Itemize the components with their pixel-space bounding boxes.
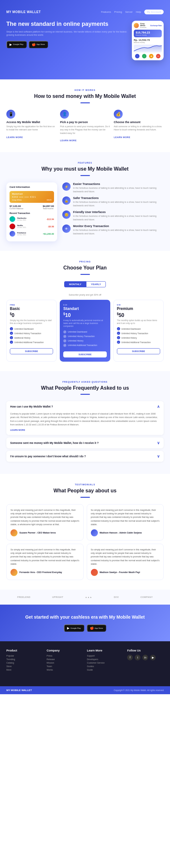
faq-question-0[interactable]: How can I use My Mobile Wallet ? ∧ xyxy=(6,401,164,412)
monthly-toggle[interactable]: MONTHLY xyxy=(64,281,86,287)
faq-item-1: Someone sent me money with My Mobile Wal… xyxy=(6,437,164,448)
subscribe-premium-button[interactable]: SUBSCRIBE xyxy=(117,348,160,354)
footer-columns: Product Popular Trending Catalog Store M… xyxy=(6,649,164,672)
cta-app-store-button[interactable]: 🍎 App Store xyxy=(87,624,107,632)
author-avatar-3 xyxy=(91,569,98,576)
yearly-toggle[interactable]: YEARLY xyxy=(86,281,106,287)
phone-more-icon[interactable]: ••• xyxy=(156,54,161,58)
tx-avatar-2 xyxy=(9,231,15,237)
testimonial-card-1: So simply and meaning just don't convers… xyxy=(87,504,164,540)
faq-divider xyxy=(80,394,90,395)
steps-grid: 📱 Access My Mobile Wallet Simply log int… xyxy=(6,110,164,143)
yearly-note: Subscribe yearly and get 30% off xyxy=(6,294,164,296)
footer-bottom: MY MOBILE WALLET Copyright © 2021 My Mob… xyxy=(0,686,170,694)
faq-question-1[interactable]: Someone sent me money with My Mobile Wal… xyxy=(6,437,164,448)
apple-icon: 🍎 xyxy=(32,43,36,46)
footer-link-catalog[interactable]: Catalog xyxy=(6,662,43,664)
footer-link-mission[interactable]: Mission xyxy=(47,662,83,664)
testimonials-title: What People say about us xyxy=(6,488,164,494)
step-icon-1: 📱 xyxy=(6,110,15,119)
tx-item-1: Netflix 12 Dec 2021 -$9.98 xyxy=(9,223,54,229)
testimonials-tag: TESTIMONIALS xyxy=(6,484,164,486)
footer-link-support[interactable]: Support xyxy=(87,655,124,657)
how-it-works-title: How to send money with My Mobile Wallet xyxy=(6,93,164,100)
nav-features[interactable]: Features xyxy=(101,10,111,13)
author-avatar-2 xyxy=(10,569,17,576)
step-learn-more-2[interactable]: LEARN MORE xyxy=(60,140,77,142)
feature-item-1: 🔒 Safer Transactions In the fortuitous b… xyxy=(62,196,164,207)
twitter-icon[interactable]: t xyxy=(135,655,140,660)
footer-link-developers[interactable]: Developers xyxy=(87,658,124,660)
nav-help[interactable]: Help xyxy=(136,10,141,13)
footer-link-customer-service[interactable]: Customer Service xyxy=(87,662,124,664)
footer-bottom-logo: MY MOBILE WALLET xyxy=(6,689,32,692)
step-item-1: 📱 Access My Mobile Wallet Simply log int… xyxy=(6,110,56,143)
how-it-works-section: HOW IT WORKS How to send money with My M… xyxy=(0,80,170,152)
step-desc-1: Simply log into the application for the … xyxy=(6,125,56,132)
phone-receive-icon[interactable]: ↓ xyxy=(142,54,146,58)
footer-link-team[interactable]: Team xyxy=(47,665,83,668)
cta-section: Get started with your cashless era with … xyxy=(0,604,170,641)
pricing-tag: PRICING xyxy=(6,260,164,263)
step-item-2: 👤 Pick a pay to person Pick a person to … xyxy=(60,110,110,143)
pricing-card-standart: $ 10 Standart $10 A way to automatically… xyxy=(60,300,110,362)
feature-item-3: 👁 Monitor Every Transaction In the fortu… xyxy=(62,224,164,235)
step-learn-more-3[interactable]: LEARN MORE xyxy=(114,136,130,138)
site-logo: MY MOBILE WALLET xyxy=(6,10,41,14)
nav-links: Features Pricing Server Help My Account xyxy=(101,9,164,14)
footer-link-store[interactable]: Store xyxy=(6,665,43,668)
subscribe-basic-button[interactable]: SUBSCRIBE xyxy=(10,348,53,354)
phone-balance-usd: $15,784.23 Balance Activity xyxy=(134,30,162,37)
faq-tag: FREQUENTLY ASKED QUESTIONS xyxy=(6,381,164,383)
faq-question-2[interactable]: I'm unsure to pay someone I don't know w… xyxy=(6,451,164,462)
features-tag: FEATURES xyxy=(6,162,164,164)
hero-buttons: ▶ Google Play 🍎 App Store xyxy=(6,41,129,48)
how-it-works-tag: HOW IT WORKS xyxy=(6,89,164,91)
hero-text: The new standard in online payments Stri… xyxy=(6,21,129,48)
nav-pricing[interactable]: Pricing xyxy=(114,10,122,13)
footer-link-release[interactable]: Release xyxy=(47,658,83,660)
footer-social-icons: f t in ▶ xyxy=(127,655,164,660)
footer-link-more[interactable]: More xyxy=(6,669,43,671)
features-content: Card Information MasterCard 4242 •••• ••… xyxy=(6,182,164,241)
tx-avatar-0 xyxy=(9,216,15,222)
linkedin-icon[interactable]: in xyxy=(142,655,148,660)
footer-link-guides[interactable]: Guides xyxy=(87,665,124,668)
step-item-3: 💰 Choose the amount Add someone or telli… xyxy=(114,110,164,143)
cta-google-play-button[interactable]: ▶ Google Play xyxy=(64,624,84,632)
recent-tx-title: Recent Transaction xyxy=(9,212,54,214)
footer-link-press[interactable]: Press xyxy=(47,655,83,657)
section-divider xyxy=(80,102,90,103)
google-play-button[interactable]: ▶ Google Play xyxy=(6,41,27,48)
footer-col-product: Product Popular Trending Catalog Store M… xyxy=(6,649,43,672)
faq-item-0: How can I use My Mobile Wallet ? ∧ Contr… xyxy=(6,401,164,435)
card-balance-row: $7,120.00 Current Balance $4,897.00 Tota… xyxy=(9,205,54,210)
facebook-icon[interactable]: f xyxy=(127,655,133,660)
subscribe-standart-button[interactable]: SUBSCRIBE xyxy=(63,351,107,358)
faq-answer-0: Contrary to popular belief, Lorem Ipsum … xyxy=(6,412,164,435)
testimonial-author-3: Madison Sawtyo - Founder Masih Payi xyxy=(91,569,160,576)
footer-link-guide[interactable]: Guide xyxy=(87,669,124,671)
youtube-icon[interactable]: ▶ xyxy=(150,655,156,660)
step-learn-more-1[interactable]: LEARN MORE xyxy=(6,136,23,138)
partner-2: ▲▲▲ xyxy=(85,596,92,598)
faq-chevron-1: ∨ xyxy=(157,441,160,445)
step-title-1: Access My Mobile Wallet xyxy=(6,121,56,124)
faq-item-2: I'm unsure to pay someone I don't know w… xyxy=(6,451,164,462)
features-list: ⚡ Easier Transactions In the fortuitous … xyxy=(62,182,164,241)
nav-server[interactable]: Server xyxy=(125,10,133,13)
account-button[interactable]: My Account xyxy=(144,9,164,14)
faq-learn-more-0[interactable]: LEARN MORE xyxy=(10,428,25,432)
card-info-header: Card Information xyxy=(9,186,54,188)
footer-col-learn: Learn More Support Developers Customer S… xyxy=(87,649,124,672)
footer-link-popular[interactable]: Popular xyxy=(6,655,43,657)
tx-avatar-1 xyxy=(9,223,15,229)
footer-link-trending[interactable]: Trending xyxy=(6,658,43,660)
phone-send-icon[interactable]: ↑ xyxy=(135,54,139,58)
footer-link-works[interactable]: Works xyxy=(47,669,83,671)
phone-swap-icon[interactable]: ⇄ xyxy=(149,54,154,58)
testimonial-author-2: Fernando Vera - CEO Freelend Everyday xyxy=(10,569,79,576)
app-store-button[interactable]: 🍎 App Store xyxy=(29,41,48,48)
faq-chevron-0: ∧ xyxy=(157,404,160,409)
cta-title: Get started with your cashless era with … xyxy=(6,614,164,620)
